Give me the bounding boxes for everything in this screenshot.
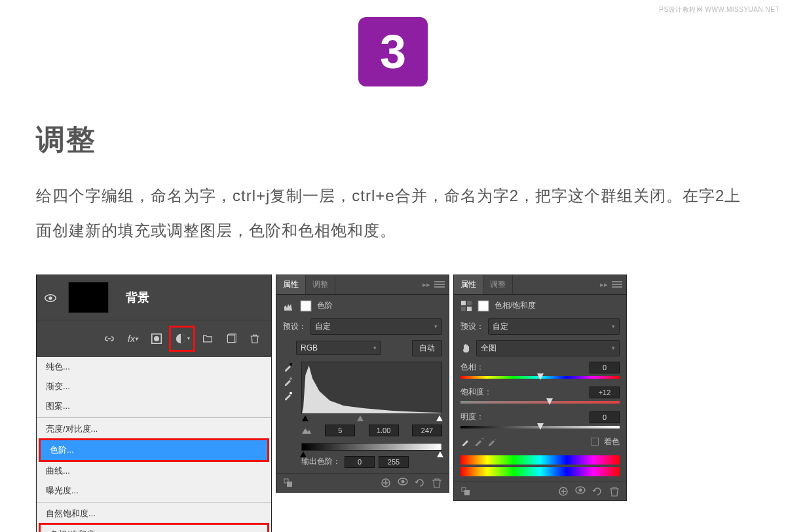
reset-icon[interactable] (592, 486, 603, 497)
reset-icon[interactable] (415, 478, 425, 488)
menu-vibrance[interactable]: 自然饱和度... (37, 504, 271, 523)
new-layer-icon[interactable] (221, 329, 241, 349)
svg-point-3 (154, 336, 159, 341)
menu-exposure[interactable]: 曝光度... (37, 481, 271, 501)
clip-to-layer-icon[interactable] (381, 478, 391, 488)
input-white-value[interactable] (412, 425, 442, 436)
layer-thumbnail[interactable] (68, 282, 109, 313)
panel-menu-icon[interactable] (434, 278, 445, 290)
svg-text:-: - (495, 436, 496, 442)
trash-icon[interactable] (432, 478, 442, 488)
hue-value[interactable] (590, 362, 620, 373)
input-mid-value[interactable] (369, 425, 399, 436)
svg-point-26 (579, 488, 582, 491)
preset-select[interactable]: 自定▾ (310, 318, 442, 335)
hue-slider[interactable] (460, 376, 620, 379)
layer-name: 背景 (126, 290, 149, 305)
watermark: PS设计教程网 WWW.MISSYUAN.NET (659, 5, 779, 14)
menu-solid-color[interactable]: 纯色... (37, 357, 271, 377)
lightness-value[interactable] (590, 411, 620, 423)
hue-knob[interactable] (537, 373, 544, 380)
colorize-checkbox[interactable] (591, 438, 599, 446)
menu-hue-saturation[interactable]: 色相/饱和度... (41, 525, 267, 532)
menu-levels[interactable]: 色阶... (41, 440, 267, 460)
layer-row[interactable]: 背景 (37, 275, 271, 320)
visibility-icon[interactable] (45, 293, 56, 302)
range-select[interactable]: 全图▾ (476, 340, 620, 356)
clip-icon[interactable] (283, 478, 293, 488)
tab-properties[interactable]: 属性 (454, 275, 483, 294)
lightness-knob[interactable] (537, 423, 544, 430)
histogram (301, 362, 442, 414)
output-white-handle[interactable] (437, 451, 443, 457)
collapse-icon[interactable]: ▸▸ (600, 280, 608, 289)
folder-icon[interactable] (198, 329, 217, 349)
panel-tabs: 属性 调整 ▸▸ (454, 275, 626, 295)
svg-rect-15 (461, 301, 466, 305)
mask-icon[interactable] (147, 329, 166, 349)
menu-curves[interactable]: 曲线... (37, 461, 271, 481)
svg-point-14 (402, 480, 405, 483)
menu-gradient[interactable]: 渐变... (37, 377, 271, 396)
eyedropper-grey-icon[interactable] (283, 376, 293, 387)
black-point-handle[interactable] (302, 415, 309, 421)
eyedropper-minus-icon[interactable]: - (487, 436, 497, 447)
input-black-value[interactable] (325, 425, 355, 436)
menu-pattern[interactable]: 图案... (37, 396, 271, 416)
panel-tabs: 属性 调整 ▸▸ (276, 275, 449, 295)
clip-icon[interactable] (460, 486, 471, 497)
grey-point-handle[interactable] (357, 415, 364, 421)
svg-text:+: + (481, 436, 484, 442)
eyedropper-plus-icon[interactable]: + (474, 436, 484, 447)
highlight-levels: 色阶... (39, 438, 269, 462)
layer-toolbar: fx▾ ▾ (37, 320, 271, 357)
svg-point-8 (290, 377, 292, 380)
preset-label: 预设： (460, 321, 484, 332)
auto-button[interactable]: 自动 (412, 340, 442, 356)
tab-adjustments[interactable]: 调整 (483, 275, 513, 294)
preset-label: 预设： (283, 321, 307, 332)
mountain-icon (301, 425, 312, 435)
collapse-icon[interactable]: ▸▸ (422, 280, 430, 289)
svg-rect-18 (467, 307, 472, 311)
menu-brightness[interactable]: 亮度/对比度... (37, 419, 271, 439)
eyedropper-white-icon[interactable] (283, 390, 293, 401)
tab-adjustments[interactable]: 调整 (306, 275, 335, 294)
eyedropper-icon[interactable] (460, 436, 471, 447)
panel-title: 色阶 (317, 300, 333, 311)
highlight-adjustment-button: ▾ (169, 326, 195, 352)
hue-label: 色相： (460, 362, 484, 373)
link-icon[interactable] (100, 329, 119, 349)
saturation-value[interactable] (590, 387, 620, 398)
clip-to-layer-icon[interactable] (558, 486, 569, 497)
hsl-icon (460, 300, 472, 312)
saturation-slider[interactable] (460, 401, 620, 404)
lightness-slider[interactable] (460, 426, 620, 428)
levels-panel: 属性 调整 ▸▸ 色阶 预设： 自定▾ RGB▾ 自动 (276, 275, 449, 493)
preset-select[interactable]: 自定▾ (488, 318, 620, 335)
svg-point-1 (48, 296, 52, 299)
visibility-icon[interactable] (575, 486, 586, 497)
section-description: 给四个字编组，命名为字，ctrl+j复制一层，ctrl+e合并，命名为字2，把字… (36, 179, 750, 248)
svg-rect-16 (467, 301, 472, 305)
saturation-knob[interactable] (546, 398, 553, 405)
output-gradient[interactable] (301, 443, 442, 451)
adjustment-layer-icon[interactable]: ▾ (172, 329, 192, 349)
panel-menu-icon[interactable] (612, 278, 622, 290)
highlight-huesat: 色相/饱和度... (39, 523, 269, 532)
trash-icon[interactable] (609, 486, 620, 497)
tab-properties[interactable]: 属性 (276, 275, 306, 294)
eyedropper-black-icon[interactable] (283, 362, 293, 372)
output-black-handle[interactable] (300, 451, 307, 457)
input-slider[interactable] (301, 415, 442, 423)
hand-icon[interactable] (460, 342, 472, 354)
white-point-handle[interactable] (436, 415, 443, 421)
trash-icon[interactable] (245, 329, 265, 349)
saturation-label: 饱和度： (460, 387, 492, 398)
fx-icon[interactable]: fx▾ (123, 329, 143, 349)
panel-title: 色相/饱和度 (495, 300, 536, 311)
step-badge: 3 (358, 17, 428, 86)
svg-point-9 (290, 392, 292, 394)
visibility-icon[interactable] (398, 478, 408, 488)
channel-select[interactable]: RGB▾ (296, 341, 381, 355)
